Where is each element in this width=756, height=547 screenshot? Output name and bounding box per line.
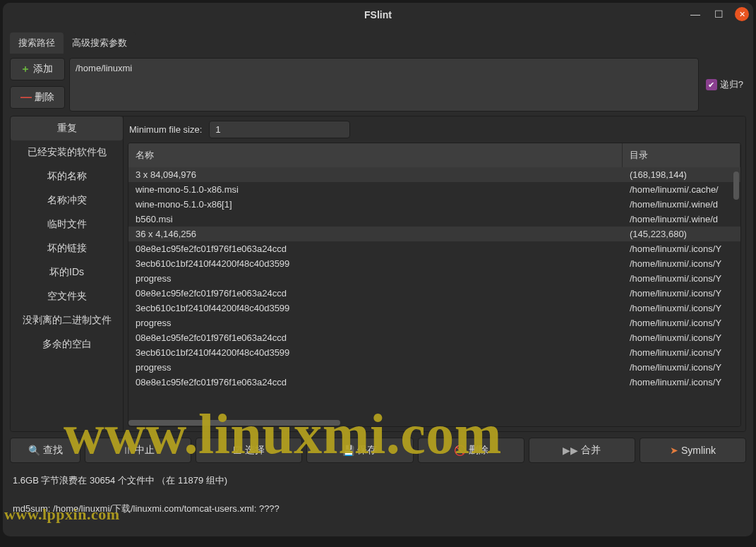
table-row[interactable]: b560.msi/home/linuxmi/.wine/d <box>128 212 740 227</box>
cell-dir: /home/linuxmi/.wine/d <box>623 198 740 210</box>
cell-name: 3 x 84,094,976 <box>128 169 623 181</box>
action-bar: 🔍 查找 ⏸ 中止 ☑ 选择 💾 保存 🚫 删除 ▶▶ 合并 <box>10 436 746 464</box>
delete-button[interactable]: 🚫 删除 <box>418 438 524 463</box>
cell-name: 3ecb610c1bf2410f44200f48c40d3599 <box>128 347 623 359</box>
tab-advanced[interactable]: 高级搜索参数 <box>64 32 136 54</box>
merge-label: 合并 <box>581 444 601 457</box>
scrollbar-vertical[interactable] <box>733 172 739 412</box>
tab-search-path[interactable]: 搜索路径 <box>10 32 64 54</box>
sidebar-item-8[interactable]: 没剥离的二进制文件 <box>11 308 123 332</box>
cell-name: progress <box>128 272 623 284</box>
check-icon: ✔ <box>706 79 717 90</box>
table-row[interactable]: 08e8e1c95fe2fc01f976f1e063a24ccd/home/li… <box>128 241 740 256</box>
sidebar-item-2[interactable]: 坏的名称 <box>11 164 123 188</box>
sidebar-item-7[interactable]: 空文件夹 <box>11 284 123 308</box>
group-row[interactable]: 36 x 4,146,256(145,223,680) <box>128 227 740 241</box>
remove-path-button[interactable]: — 删除 <box>10 86 65 109</box>
forward-icon: ▶▶ <box>563 445 578 456</box>
cell-dir: (145,223,680) <box>623 228 740 240</box>
close-button[interactable]: ✕ <box>735 7 749 21</box>
status-text: 1.6GB 字节浪费在 30654 个文件中 （在 11879 组中) <box>10 469 746 491</box>
find-button[interactable]: 🔍 查找 <box>10 438 80 463</box>
scrollbar-h-thumb[interactable] <box>128 420 340 426</box>
symlink-button[interactable]: ➤ Symlink <box>640 438 746 463</box>
column-dir[interactable]: 目录 <box>623 143 740 167</box>
cell-name: progress <box>128 361 623 373</box>
cell-name: 36 x 4,146,256 <box>128 228 623 240</box>
find-label: 查找 <box>43 444 63 457</box>
app-window: FSlint — ☐ ✕ 搜索路径 高级搜索参数 ＋ 添加 — 删除 <box>3 3 753 536</box>
min-size-input[interactable] <box>209 121 350 138</box>
search-icon: 🔍 <box>28 445 40 456</box>
category-nav: 重复已经安装的软件包坏的名称名称冲突临时文件坏的链接坏的IDs空文件夹没剥离的二… <box>11 116 124 431</box>
cell-dir: /home/linuxmi/.wine/d <box>623 213 740 225</box>
table-row[interactable]: 3ecb610c1bf2410f44200f48c40d3599/home/li… <box>128 345 740 360</box>
cell-dir: /home/linuxmi/.icons/Y <box>623 243 740 255</box>
pause-button[interactable]: ⏸ 中止 <box>85 438 191 463</box>
maximize-button[interactable]: ☐ <box>712 8 726 20</box>
cell-dir: /home/linuxmi/.icons/Y <box>623 287 740 299</box>
cell-dir: /home/linuxmi/.icons/Y <box>623 361 740 373</box>
table-row[interactable]: 08e8e1c95fe2fc01f976f1e063a24ccd/home/li… <box>128 330 740 345</box>
cell-dir: /home/linuxmi/.icons/Y <box>623 347 740 359</box>
save-label: 保存 <box>357 444 377 457</box>
table-row[interactable]: progress/home/linuxmi/.icons/Y <box>128 360 740 375</box>
table-row[interactable]: wine-mono-5.1.0-x86.msi/home/linuxmi/.ca… <box>128 182 740 197</box>
save-button[interactable]: 💾 保存 <box>306 438 413 463</box>
cell-name: 08e8e1c95fe2fc01f976f1e063a24ccd <box>128 376 623 388</box>
window-title: FSlint <box>3 9 753 20</box>
group-row[interactable]: 3 x 84,094,976(168,198,144) <box>128 167 740 182</box>
sidebar-item-9[interactable]: 多余的空白 <box>11 332 123 356</box>
md5-output: md5sum: /home/linuxmi/下载/linuxmi.com/tom… <box>10 495 746 536</box>
sidebar-item-1[interactable]: 已经安装的软件包 <box>11 140 123 164</box>
sidebar-item-6[interactable]: 坏的IDs <box>11 260 123 284</box>
sidebar-item-0[interactable]: 重复 <box>11 116 123 140</box>
recurse-toggle[interactable]: ✔ 递归? <box>703 78 746 91</box>
remove-path-label: 删除 <box>35 91 54 104</box>
window-controls: — ☐ ✕ <box>688 7 749 21</box>
table-row[interactable]: 3ecb610c1bf2410f44200f48c40d3599/home/li… <box>128 256 740 271</box>
table-row[interactable]: 3ecb610c1bf2410f44200f48c40d3599/home/li… <box>128 301 740 315</box>
arrow-icon: ➤ <box>670 445 678 456</box>
table-body[interactable]: 3 x 84,094,976(168,198,144)wine-mono-5.1… <box>128 167 740 419</box>
merge-button[interactable]: ▶▶ 合并 <box>529 438 635 463</box>
results-table: 名称 目录 3 x 84,094,976(168,198,144)wine-mo… <box>128 143 741 427</box>
pause-label: 中止 <box>135 444 155 457</box>
stop-icon: 🚫 <box>454 445 466 456</box>
recurse-label: 递归? <box>720 78 743 91</box>
titlebar: FSlint — ☐ ✕ <box>3 3 753 27</box>
select-icon: ☑ <box>233 445 242 456</box>
results-pane: Minimum file size: 名称 目录 3 x 84,094,976(… <box>124 116 745 431</box>
minimize-button[interactable]: — <box>688 8 703 20</box>
sidebar-item-5[interactable]: 坏的链接 <box>11 236 123 260</box>
table-row[interactable]: 08e8e1c95fe2fc01f976f1e063a24ccd/home/li… <box>128 286 740 301</box>
table-row[interactable]: 08e8e1c95fe2fc01f976f1e063a24ccd/home/li… <box>128 375 740 390</box>
add-path-button[interactable]: ＋ 添加 <box>10 58 65 80</box>
path-entry[interactable]: /home/linuxmi <box>76 63 692 73</box>
cell-name: 3ecb610c1bf2410f44200f48c40d3599 <box>128 258 623 270</box>
path-row: ＋ 添加 — 删除 /home/linuxmi ✔ 递归? <box>10 58 746 112</box>
table-row[interactable]: progress/home/linuxmi/.icons/Y <box>128 271 740 286</box>
cell-name: progress <box>128 317 623 329</box>
table-row[interactable]: wine-mono-5.1.0-x86[1]/home/linuxmi/.win… <box>128 197 740 212</box>
select-button[interactable]: ☑ 选择 <box>196 438 302 463</box>
content-area: 搜索路径 高级搜索参数 ＋ 添加 — 删除 /home/linuxmi ✔ 递归… <box>3 27 753 536</box>
pause-icon: ⏸ <box>122 445 132 456</box>
min-size-label: Minimum file size: <box>129 124 202 135</box>
scrollbar-horizontal[interactable] <box>128 419 740 426</box>
sidebar-item-3[interactable]: 名称冲突 <box>11 188 123 212</box>
cell-name: 3ecb610c1bf2410f44200f48c40d3599 <box>128 302 623 314</box>
symlink-label: Symlink <box>681 445 716 456</box>
sidebar-item-4[interactable]: 临时文件 <box>11 212 123 236</box>
cell-dir: /home/linuxmi/.icons/Y <box>623 332 740 344</box>
plus-icon: ＋ <box>20 63 30 76</box>
path-list[interactable]: /home/linuxmi <box>69 58 699 112</box>
cell-name: 08e8e1c95fe2fc01f976f1e063a24ccd <box>128 332 623 344</box>
column-name[interactable]: 名称 <box>128 143 623 167</box>
table-row[interactable]: progress/home/linuxmi/.icons/Y <box>128 315 740 330</box>
scrollbar-v-thumb[interactable] <box>733 172 739 200</box>
cell-dir: /home/linuxmi/.icons/Y <box>623 272 740 284</box>
delete-label: 删除 <box>469 444 488 457</box>
cell-dir: /home/linuxmi/.cache/ <box>623 184 740 196</box>
cell-dir: /home/linuxmi/.icons/Y <box>623 376 740 388</box>
